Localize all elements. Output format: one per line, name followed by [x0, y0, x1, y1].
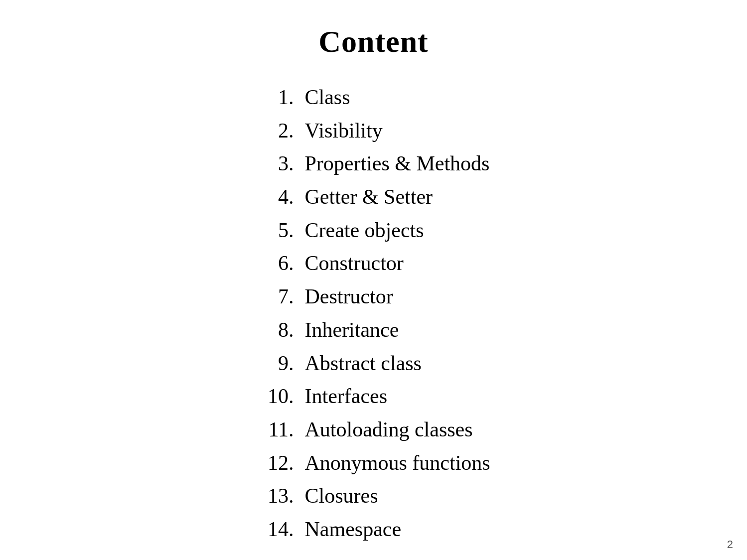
- item-number: 10.: [259, 382, 294, 411]
- list-item: 5.Create objects: [259, 216, 548, 245]
- item-number: 7.: [259, 282, 294, 311]
- item-label: Constructor: [305, 249, 404, 278]
- item-label: Autoloading classes: [305, 416, 473, 444]
- item-number: 2.: [259, 117, 294, 145]
- item-number: 11.: [259, 416, 294, 444]
- item-label: Properties & Methods: [305, 149, 490, 178]
- item-label: Abstract class: [305, 349, 422, 378]
- list-item: 2.Visibility: [259, 117, 548, 145]
- item-number: 14.: [259, 515, 294, 544]
- item-label: Closures: [305, 482, 378, 510]
- list-item: 7.Destructor: [259, 282, 548, 311]
- item-label: Anonymous functions: [305, 449, 490, 477]
- item-number: 3.: [259, 149, 294, 178]
- list-item: 10.Interfaces: [259, 382, 548, 411]
- item-label: Create objects: [305, 216, 424, 245]
- list-item: 11.Autoloading classes: [259, 416, 548, 444]
- item-label: Interfaces: [305, 382, 388, 411]
- list-item: 12.Anonymous functions: [259, 449, 548, 477]
- slide-container: Content 1.Class2.Visibility3.Properties …: [0, 0, 747, 560]
- list-item: 4.Getter & Setter: [259, 183, 548, 211]
- list-item: 14.Namespace: [259, 515, 548, 544]
- item-number: 12.: [259, 449, 294, 477]
- item-label: Destructor: [305, 282, 393, 311]
- item-label: Getter & Setter: [305, 183, 433, 211]
- item-label: Inheritance: [305, 316, 399, 344]
- list-item: 8.Inheritance: [259, 316, 548, 344]
- item-number: 4.: [259, 183, 294, 211]
- item-number: 13.: [259, 482, 294, 510]
- item-label: Visibility: [305, 117, 383, 145]
- content-list: 1.Class2.Visibility3.Properties & Method…: [199, 83, 548, 549]
- item-number: 1.: [259, 83, 294, 112]
- list-item: 3.Properties & Methods: [259, 149, 548, 178]
- item-number: 9.: [259, 349, 294, 378]
- slide-title: Content: [318, 24, 429, 59]
- list-item: 6.Constructor: [259, 249, 548, 278]
- item-number: 8.: [259, 316, 294, 344]
- list-item: 1.Class: [259, 83, 548, 112]
- page-number: 2: [727, 538, 733, 551]
- item-number: 5.: [259, 216, 294, 245]
- list-item: 9.Abstract class: [259, 349, 548, 378]
- item-number: 6.: [259, 249, 294, 278]
- list-item: 13.Closures: [259, 482, 548, 510]
- item-label: Namespace: [305, 515, 402, 544]
- item-label: Class: [305, 83, 350, 112]
